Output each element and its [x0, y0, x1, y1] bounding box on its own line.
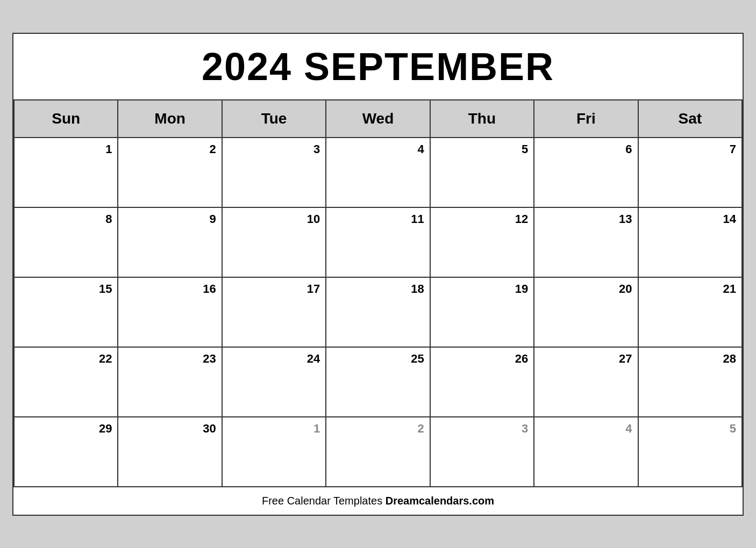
table-row[interactable]: 25 — [326, 348, 430, 417]
table-row[interactable]: 1 — [15, 138, 118, 208]
table-row[interactable]: 18 — [326, 278, 430, 348]
table-row[interactable]: 7 — [639, 138, 743, 208]
calendar-title: 2024 SEPTEMBER — [13, 34, 743, 100]
table-row[interactable]: 4 — [534, 417, 638, 487]
table-row[interactable]: 10 — [223, 208, 326, 278]
calendar-footer: Free Calendar Templates Dreamcalendars.c… — [13, 487, 743, 515]
table-row[interactable]: 6 — [534, 138, 638, 208]
table-row[interactable]: 5 — [639, 417, 743, 487]
table-row[interactable]: 12 — [431, 208, 534, 278]
header-mon: Mon — [118, 100, 222, 138]
table-row[interactable]: 22 — [15, 348, 118, 417]
calendar-container: 2024 SEPTEMBER Sun Mon Tue Wed Thu Fri S… — [12, 33, 744, 516]
table-row[interactable]: 28 — [639, 348, 743, 417]
table-row[interactable]: 14 — [639, 208, 743, 278]
table-row[interactable]: 16 — [118, 278, 222, 348]
table-row[interactable]: 8 — [15, 208, 118, 278]
header-thu: Thu — [431, 100, 534, 138]
table-row[interactable]: 9 — [118, 208, 222, 278]
table-row[interactable]: 11 — [326, 208, 430, 278]
footer-brand: Dreamcalendars.com — [386, 495, 494, 507]
table-row[interactable]: 20 — [534, 278, 638, 348]
header-sun: Sun — [15, 100, 118, 138]
table-row[interactable]: 2 — [118, 138, 222, 208]
table-row[interactable]: 23 — [118, 348, 222, 417]
header-tue: Tue — [223, 100, 326, 138]
table-row[interactable]: 27 — [534, 348, 638, 417]
table-row[interactable]: 15 — [15, 278, 118, 348]
table-row[interactable]: 24 — [223, 348, 326, 417]
header-sat: Sat — [639, 100, 743, 138]
table-row[interactable]: 30 — [118, 417, 222, 487]
table-row[interactable]: 3 — [223, 138, 326, 208]
table-row[interactable]: 17 — [223, 278, 326, 348]
table-row[interactable]: 21 — [639, 278, 743, 348]
table-row[interactable]: 2 — [326, 417, 430, 487]
table-row[interactable]: 1 — [223, 417, 326, 487]
footer-text: Free Calendar Templates — [262, 495, 386, 507]
table-row[interactable]: 29 — [15, 417, 118, 487]
calendar-grid: Sun Mon Tue Wed Thu Fri Sat 1 2 3 4 5 6 … — [13, 100, 743, 487]
header-fri: Fri — [534, 100, 638, 138]
table-row[interactable]: 5 — [431, 138, 534, 208]
table-row[interactable]: 13 — [534, 208, 638, 278]
table-row[interactable]: 3 — [431, 417, 534, 487]
table-row[interactable]: 4 — [326, 138, 430, 208]
table-row[interactable]: 19 — [431, 278, 534, 348]
table-row[interactable]: 26 — [431, 348, 534, 417]
header-wed: Wed — [326, 100, 430, 138]
